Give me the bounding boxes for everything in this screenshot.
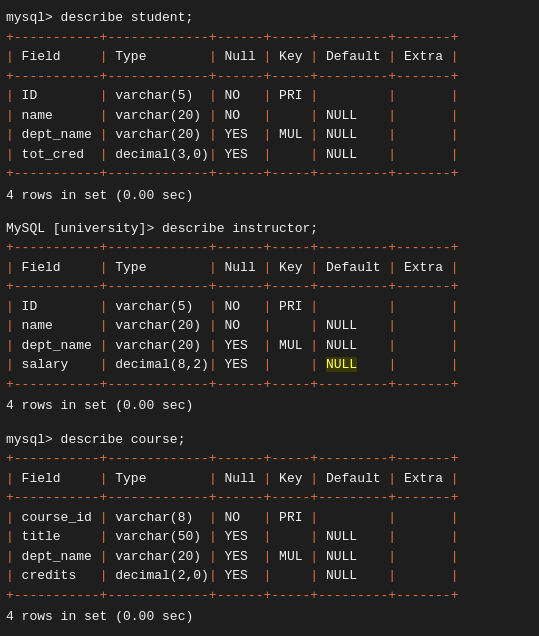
- table-row: | name | varchar(20) | NO | | NULL | |: [6, 106, 533, 126]
- table-row: | dept_name | varchar(20) | YES | MUL | …: [6, 125, 533, 145]
- prompt-line: MySQL [university]> describe instructor;: [6, 219, 533, 239]
- table-row: | dept_name | varchar(20) | YES | MUL | …: [6, 547, 533, 567]
- sql-block-2: mysql> describe course;+-----------+----…: [6, 430, 533, 635]
- terminal-output: mysql> describe student;+-----------+---…: [6, 8, 533, 636]
- table-row: | tot_cred | decimal(3,0)| YES | | NULL …: [6, 145, 533, 165]
- row-count: 4 rows in set (0.00 sec): [6, 184, 533, 207]
- table-row: | ID | varchar(5) | NO | PRI | | |: [6, 297, 533, 317]
- table-row: | course_id | varchar(8) | NO | PRI | | …: [6, 508, 533, 528]
- table-row: | title | varchar(50) | YES | | NULL | |: [6, 527, 533, 547]
- prompt-line: mysql> describe course;: [6, 430, 533, 450]
- table-row: | name | varchar(20) | NO | | NULL | |: [6, 316, 533, 336]
- table-row: | salary | decimal(8,2)| YES | | NULL | …: [6, 355, 533, 375]
- prompt-line: mysql> describe student;: [6, 8, 533, 28]
- table-row: | dept_name | varchar(20) | YES | MUL | …: [6, 336, 533, 356]
- table-row: | ID | varchar(5) | NO | PRI | | |: [6, 86, 533, 106]
- sql-block-0: mysql> describe student;+-----------+---…: [6, 8, 533, 213]
- sql-block-1: MySQL [university]> describe instructor;…: [6, 219, 533, 424]
- row-count: 4 rows in set (0.00 sec): [6, 605, 533, 628]
- table-row: | credits | decimal(2,0)| YES | | NULL |…: [6, 566, 533, 586]
- row-count: 4 rows in set (0.00 sec): [6, 394, 533, 417]
